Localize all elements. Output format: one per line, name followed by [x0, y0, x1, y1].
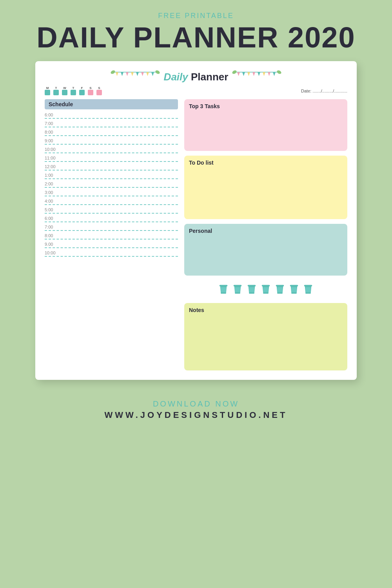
todo-title: To Do list — [189, 160, 343, 166]
svg-point-21 — [276, 70, 282, 75]
card-title: Daily Planner — [164, 71, 229, 83]
water-cup-6-icon — [289, 283, 299, 295]
top3-title: Top 3 Tasks — [189, 103, 343, 109]
time-slot-13: 7:00 — [45, 225, 178, 231]
time-slot-10: 4:00 — [45, 199, 178, 205]
main-title: DAILY PLANNER 2020 — [36, 22, 355, 53]
time-slot-4: 10:00 — [45, 147, 178, 153]
svg-point-20 — [232, 70, 237, 75]
svg-rect-25 — [235, 287, 240, 292]
svg-rect-32 — [290, 285, 298, 287]
time-slot-14: 8:00 — [45, 233, 178, 240]
day-S1: S — [88, 86, 93, 95]
svg-marker-4 — [131, 72, 134, 76]
svg-marker-17 — [263, 72, 265, 76]
svg-marker-14 — [247, 72, 250, 76]
svg-rect-33 — [291, 287, 296, 292]
svg-marker-2 — [121, 72, 123, 76]
todo-section: To Do list — [184, 156, 347, 219]
right-banner-icon — [231, 69, 282, 85]
water-cup-2-icon — [232, 283, 243, 295]
time-slot-11: 5:00 — [45, 207, 178, 214]
water-cup-3-icon — [247, 283, 257, 295]
svg-rect-26 — [248, 285, 256, 287]
svg-marker-16 — [258, 72, 260, 76]
time-slot-8: 2:00 — [45, 181, 178, 188]
personal-title: Personal — [189, 228, 343, 234]
schedule-header: Schedule — [45, 99, 178, 109]
day-T2: T — [71, 86, 76, 95]
website-label: WWW.JOYDESIGNSTUDIO.NET — [105, 410, 288, 420]
time-slot-15: 9.00 — [45, 242, 178, 248]
svg-rect-24 — [234, 285, 242, 287]
svg-rect-34 — [304, 285, 312, 287]
card-header: Daily Planner — [45, 69, 347, 85]
svg-rect-31 — [277, 287, 282, 292]
svg-marker-13 — [242, 72, 245, 76]
svg-rect-35 — [305, 287, 310, 292]
todo-content — [189, 168, 343, 215]
time-slot-7: 1:00 — [45, 173, 178, 179]
time-slot-9: 3:00 — [45, 190, 178, 196]
time-slot-5: 11:00 — [45, 156, 178, 162]
svg-marker-6 — [141, 72, 144, 76]
svg-marker-18 — [268, 72, 270, 76]
personal-section: Personal — [184, 224, 347, 276]
svg-rect-28 — [262, 285, 270, 287]
water-cup-1-icon — [218, 283, 229, 295]
footer-area: DOWNLOAD NOW WWW.JOYDESIGNSTUDIO.NET — [105, 399, 288, 420]
personal-content — [189, 236, 343, 272]
time-slot-0: 6:00 — [45, 113, 178, 119]
day-T1: T — [53, 86, 59, 95]
day-W: W — [62, 86, 67, 95]
date-label: Date: ......./........./........... — [301, 89, 347, 93]
water-cup-4-icon — [261, 283, 271, 295]
svg-marker-3 — [126, 72, 129, 76]
svg-marker-8 — [151, 72, 154, 76]
svg-marker-12 — [237, 72, 240, 76]
svg-rect-29 — [263, 287, 268, 292]
day-F: F — [79, 86, 85, 95]
time-slot-12: 6:00 — [45, 216, 178, 222]
svg-marker-19 — [273, 72, 276, 76]
water-tracker — [184, 280, 347, 298]
time-slot-1: 7:00 — [45, 121, 178, 127]
schedule-column: Schedule 6:00 7:00 8:00 9:00 10:00 11:00… — [45, 99, 178, 370]
svg-marker-7 — [146, 72, 149, 76]
water-cup-7-icon — [303, 283, 313, 295]
header-area: FREE PRINTABLE DAILY PLANNER 2020 — [36, 12, 355, 53]
notes-title: Notes — [189, 307, 343, 313]
notes-section: Notes — [184, 303, 347, 370]
svg-rect-23 — [221, 287, 226, 292]
svg-marker-15 — [252, 72, 255, 76]
days-left: M T W T F S S — [45, 86, 102, 95]
card-title-planner: Planner — [191, 71, 228, 83]
svg-rect-22 — [220, 285, 228, 287]
right-column: Top 3 Tasks To Do list Personal — [184, 99, 347, 370]
water-cup-5-icon — [275, 283, 285, 295]
svg-marker-1 — [116, 72, 118, 76]
svg-point-9 — [110, 70, 115, 75]
subtitle: FREE PRINTABLE — [36, 12, 355, 20]
top3-content — [189, 112, 343, 147]
planner-card: Daily Planner M T — [35, 61, 357, 380]
time-slot-6: 12:00 — [45, 164, 178, 171]
svg-point-10 — [154, 70, 160, 75]
svg-rect-27 — [249, 287, 254, 292]
card-title-daily: Daily — [164, 71, 188, 83]
left-banner-icon — [110, 69, 161, 85]
time-slot-3: 9:00 — [45, 138, 178, 145]
two-column-layout: Schedule 6:00 7:00 8:00 9:00 10:00 11:00… — [45, 99, 347, 370]
svg-marker-5 — [136, 72, 139, 76]
day-M: M — [45, 86, 50, 95]
svg-rect-30 — [276, 285, 284, 287]
time-slot-2: 8:00 — [45, 130, 178, 136]
day-S2: S — [96, 86, 102, 95]
days-row: M T W T F S S — [45, 86, 347, 95]
notes-content — [189, 316, 343, 367]
time-slot-16: 10:00 — [45, 250, 178, 257]
download-label: DOWNLOAD NOW — [105, 399, 288, 408]
top3-section: Top 3 Tasks — [184, 99, 347, 151]
